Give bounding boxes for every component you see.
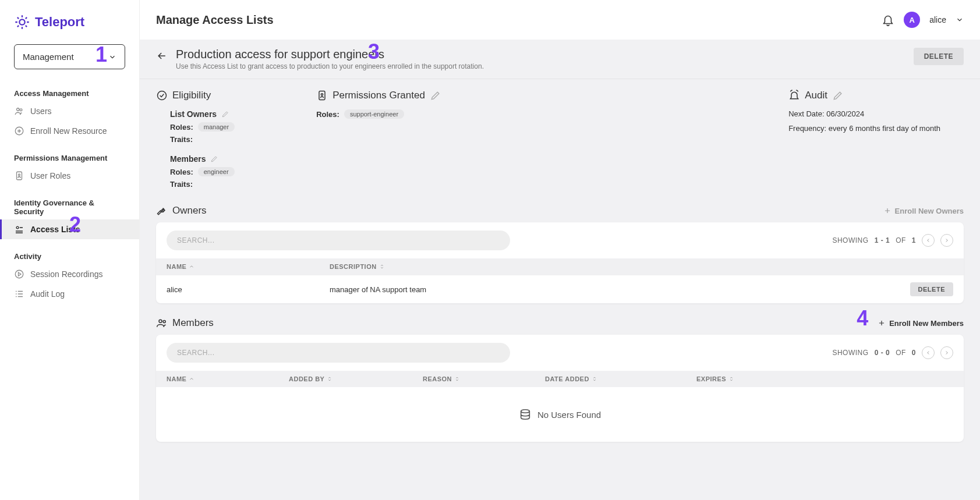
svg-point-10 [321, 94, 323, 95]
traits-label: Traits: [170, 135, 193, 144]
nav-scope-label: Management [23, 52, 74, 62]
roles-label: Roles: [170, 168, 193, 176]
members-col-added-by[interactable]: ADDED BY [289, 375, 423, 382]
sidebar-item-users[interactable]: Users [0, 101, 139, 121]
audit-next-date: 06/30/2024 [826, 109, 864, 118]
members-heading: Members [170, 154, 206, 164]
pencil-icon[interactable] [221, 110, 229, 118]
sidebar-item-enroll-resource[interactable]: Enroll New Resource [0, 121, 139, 141]
username: alice [929, 15, 946, 24]
sort-asc-icon [189, 264, 194, 269]
members-prev-page-button[interactable] [922, 346, 935, 359]
avatar[interactable]: A [904, 12, 920, 28]
members-col-name[interactable]: NAME [167, 375, 289, 382]
role-chip-engineer: engineer [198, 167, 235, 176]
sidebar: Teleport Management 1 Access Management … [0, 0, 140, 500]
wrench-icon [156, 205, 168, 217]
database-icon [519, 408, 532, 421]
back-arrow-icon[interactable] [156, 50, 168, 62]
owners-col-desc[interactable]: DESCRIPTION [330, 263, 953, 270]
svg-point-8 [158, 91, 167, 100]
members-search-input[interactable] [167, 343, 510, 363]
plus-icon [883, 207, 891, 215]
sidebar-section-perm-mgmt: Permissions Management [0, 148, 139, 166]
annotation-4: 4 [857, 306, 868, 331]
members-next-page-button[interactable] [940, 346, 953, 359]
pencil-icon[interactable] [832, 90, 844, 101]
annotation-1: 1 [95, 42, 107, 67]
members-table-header: NAME ADDED BY REASON DATE ADDED EXPIRES [156, 371, 964, 387]
enroll-new-members-link[interactable]: 4 Enroll New Members [878, 319, 964, 328]
list-icon [14, 289, 24, 299]
sort-icon [379, 264, 385, 269]
brand-name: Teleport [35, 15, 84, 30]
pencil-icon[interactable] [210, 155, 218, 163]
role-chip-manager: manager [198, 122, 235, 132]
permissions-heading: Permissions Granted [332, 90, 425, 101]
members-paging: SHOWING 0 - 0 OF 0 [832, 346, 953, 359]
sidebar-item-user-roles[interactable]: User Roles [0, 166, 139, 186]
sidebar-item-session-recordings[interactable]: Session Recordings [0, 264, 139, 284]
members-col-date-added[interactable]: DATE ADDED [545, 375, 696, 382]
pencil-icon[interactable] [430, 90, 441, 101]
sort-asc-icon [189, 376, 194, 382]
owners-heading: Owners [172, 205, 207, 217]
nav-scope-selector[interactable]: Management 1 [14, 44, 125, 69]
sidebar-section-access-mgmt: Access Management [0, 83, 139, 101]
roles-label: Roles: [170, 123, 193, 132]
topbar: Manage Access Lists A alice [140, 0, 980, 40]
teleport-logo-icon [14, 14, 30, 30]
svg-point-1 [17, 108, 20, 111]
owners-next-page-button[interactable] [940, 234, 953, 247]
svg-point-0 [19, 19, 24, 24]
sort-icon [592, 376, 597, 382]
sidebar-item-label: User Roles [30, 171, 70, 180]
audit-panel: Audit Next Date: 06/30/2024 Frequency: e… [788, 90, 940, 192]
table-row: alice manager of NA support team DELETE [156, 275, 964, 303]
members-col-reason[interactable]: REASON [423, 375, 545, 382]
owner-name-cell: alice [167, 285, 330, 294]
audit-frequency: every 6 months first day of month [829, 124, 940, 133]
owners-col-name[interactable]: NAME [167, 263, 330, 270]
owners-section: Owners Enroll New Owners SHOWING 1 - 1 O… [140, 198, 980, 303]
access-list-subtitle: Use this Access List to grant access to … [176, 62, 905, 70]
sort-icon [454, 376, 460, 382]
owners-search-input[interactable] [167, 231, 510, 250]
sidebar-item-label: Enroll New Resource [30, 126, 107, 136]
svg-point-7 [15, 270, 23, 278]
owners-prev-page-button[interactable] [922, 234, 935, 247]
plus-circle-icon [14, 126, 24, 136]
svg-point-11 [159, 320, 162, 322]
id-badge-icon [316, 90, 328, 101]
sidebar-item-label: Access Lists [30, 225, 80, 234]
members-col-expires[interactable]: EXPIRES [696, 375, 813, 382]
svg-point-12 [163, 320, 165, 322]
sidebar-item-access-lists[interactable]: Access Lists 2 [0, 219, 139, 239]
brand-logo: Teleport [0, 7, 139, 44]
play-circle-icon [14, 269, 24, 279]
enroll-new-owners-link[interactable]: Enroll New Owners [883, 207, 964, 215]
bell-icon[interactable] [882, 13, 894, 26]
svg-point-5 [19, 174, 20, 176]
bell-alert-icon [788, 90, 800, 101]
chevron-down-icon [108, 53, 116, 61]
audit-heading: Audit [805, 90, 827, 101]
audit-frequency-label: Frequency: [788, 124, 829, 133]
role-chip-support-engineer: support-engineer [344, 109, 404, 119]
audit-next-date-label: Next Date: [788, 109, 826, 118]
detail-header: Production access for support engineers … [140, 40, 980, 79]
sidebar-section-activity: Activity [0, 246, 139, 264]
plus-icon [878, 319, 886, 327]
check-circle-icon [156, 90, 168, 101]
eligibility-heading: Eligibility [172, 90, 211, 101]
page-title: Manage Access Lists [156, 13, 274, 27]
svg-point-6 [16, 226, 19, 229]
sidebar-item-label: Session Recordings [30, 269, 103, 279]
users-icon [14, 106, 24, 116]
chevron-down-icon[interactable] [956, 16, 964, 24]
delete-owner-button[interactable]: DELETE [910, 282, 953, 296]
delete-list-button[interactable]: DELETE [914, 48, 964, 65]
sidebar-item-audit-log[interactable]: Audit Log [0, 284, 139, 304]
members-empty-state: No Users Found [156, 387, 964, 442]
list-owners-heading: List Owners [170, 109, 217, 119]
